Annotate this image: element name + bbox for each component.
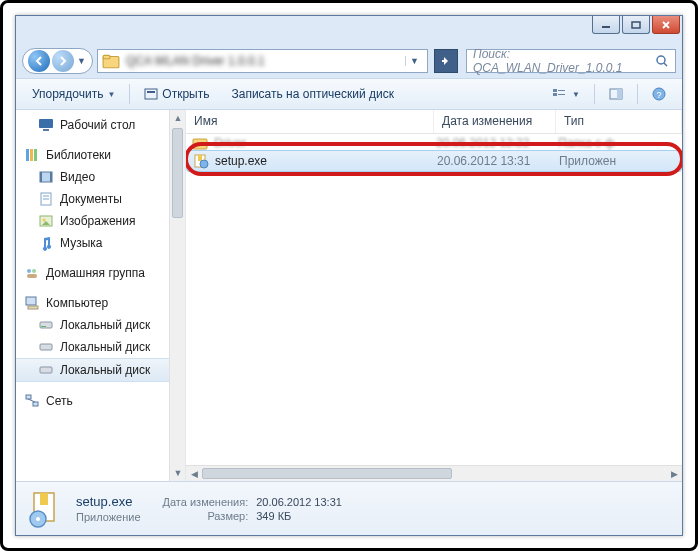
libraries-icon	[24, 147, 40, 163]
hscroll-thumb[interactable]	[202, 468, 452, 479]
organize-button[interactable]: Упорядочить▼	[22, 83, 125, 105]
svg-text:?: ?	[656, 90, 661, 100]
computer-icon	[24, 295, 40, 311]
nav-history-dropdown[interactable]: ▼	[75, 56, 88, 66]
svg-rect-9	[553, 89, 557, 92]
svg-rect-37	[40, 344, 52, 350]
svg-rect-42	[193, 139, 207, 149]
refresh-button[interactable]	[434, 49, 458, 73]
scroll-down-icon[interactable]: ▼	[170, 465, 186, 481]
col-type[interactable]: Тип	[556, 110, 682, 133]
sidebar-item-pictures[interactable]: Изображения	[16, 210, 169, 232]
scroll-right-icon[interactable]: ▶	[666, 466, 682, 482]
scroll-thumb[interactable]	[172, 128, 183, 218]
sidebar: Рабочий стол Библиотеки Видео Документы …	[16, 110, 186, 481]
close-button[interactable]	[652, 16, 680, 34]
svg-rect-23	[40, 172, 42, 182]
svg-rect-34	[28, 306, 38, 309]
preview-icon	[609, 87, 623, 101]
forward-button[interactable]	[52, 50, 74, 72]
sidebar-item-localdisk-2[interactable]: Локальный диск	[16, 336, 169, 358]
svg-rect-11	[558, 90, 565, 91]
address-bar[interactable]: QCA WLAN Driver 1.0.0.1 ▼	[97, 49, 428, 73]
sidebar-item-documents[interactable]: Документы	[16, 188, 169, 210]
svg-rect-7	[145, 89, 157, 99]
file-row[interactable]: Driver 20.06.2012 12:22 Папка с ф	[186, 136, 682, 150]
pictures-icon	[38, 213, 54, 229]
svg-rect-10	[553, 93, 557, 96]
svg-rect-39	[26, 395, 31, 399]
svg-rect-12	[558, 94, 565, 95]
sidebar-item-homegroup[interactable]: Домашняя группа	[16, 262, 169, 284]
svg-point-29	[43, 219, 46, 222]
svg-rect-1	[632, 22, 640, 28]
scroll-left-icon[interactable]: ◀	[186, 466, 202, 482]
folder-icon	[102, 52, 120, 70]
burn-button[interactable]: Записать на оптический диск	[221, 83, 404, 105]
sidebar-item-network[interactable]: Сеть	[16, 390, 169, 412]
svg-rect-38	[40, 367, 52, 373]
sidebar-item-localdisk-1[interactable]: Локальный диск	[16, 314, 169, 336]
documents-icon	[38, 191, 54, 207]
titlebar	[16, 16, 682, 44]
help-icon: ?	[652, 87, 666, 101]
nav-buttons: ▼	[22, 48, 93, 74]
video-icon	[38, 169, 54, 185]
svg-point-45	[200, 160, 208, 168]
svg-point-31	[32, 269, 36, 273]
svg-rect-20	[30, 149, 33, 161]
disk-icon	[38, 362, 54, 378]
column-headers: Имя Дата изменения Тип	[186, 110, 682, 134]
details-date-label: Дата изменения:	[163, 496, 249, 508]
details-date-value: 20.06.2012 13:31	[256, 496, 342, 508]
file-list[interactable]: Driver 20.06.2012 12:22 Папка с ф setup.…	[186, 134, 682, 465]
svg-rect-47	[40, 493, 48, 505]
main-area: Рабочий стол Библиотеки Видео Документы …	[16, 110, 682, 481]
sidebar-item-desktop[interactable]: Рабочий стол	[16, 114, 169, 136]
desktop-icon	[38, 117, 54, 133]
details-name: setup.exe	[76, 494, 141, 509]
horizontal-scrollbar[interactable]: ◀ ▶	[186, 465, 682, 481]
nav-row: ▼ QCA WLAN Driver 1.0.0.1 ▼ Поиск: QCA_W…	[16, 44, 682, 78]
sidebar-item-video[interactable]: Видео	[16, 166, 169, 188]
col-name[interactable]: Имя	[186, 110, 434, 133]
breadcrumb: QCA WLAN Driver 1.0.0.1	[126, 54, 405, 68]
disk-icon	[38, 317, 54, 333]
search-placeholder: Поиск: QCA_WLAN_Driver_1.0.0.1	[473, 47, 655, 75]
search-icon	[655, 54, 669, 68]
scroll-up-icon[interactable]: ▲	[170, 110, 186, 126]
svg-rect-35	[40, 322, 52, 328]
details-size-label: Размер:	[163, 510, 249, 522]
sidebar-item-localdisk-3[interactable]: Локальный диск	[16, 358, 169, 382]
open-button[interactable]: Открыть	[134, 83, 219, 105]
details-pane: setup.exe Приложение Дата изменения: 20.…	[16, 481, 682, 535]
svg-rect-17	[39, 119, 53, 128]
maximize-button[interactable]	[622, 16, 650, 34]
view-button[interactable]: ▼	[542, 83, 590, 105]
svg-rect-44	[198, 155, 202, 161]
help-button[interactable]: ?	[642, 83, 676, 105]
details-type: Приложение	[76, 511, 141, 523]
installer-icon	[193, 153, 209, 169]
svg-rect-3	[103, 55, 110, 58]
sidebar-scrollbar[interactable]: ▲ ▼	[169, 110, 185, 481]
preview-pane-button[interactable]	[599, 83, 633, 105]
address-dropdown[interactable]: ▼	[405, 56, 423, 66]
col-date[interactable]: Дата изменения	[434, 110, 556, 133]
back-button[interactable]	[28, 50, 50, 72]
sidebar-item-libraries[interactable]: Библиотеки	[16, 144, 169, 166]
svg-point-30	[27, 269, 31, 273]
svg-rect-21	[34, 149, 37, 161]
sidebar-item-computer[interactable]: Компьютер	[16, 292, 169, 314]
svg-rect-32	[27, 274, 37, 278]
view-icon	[552, 87, 568, 101]
svg-rect-0	[602, 26, 610, 28]
minimize-button[interactable]	[592, 16, 620, 34]
search-input[interactable]: Поиск: QCA_WLAN_Driver_1.0.0.1	[466, 49, 676, 73]
sidebar-item-music[interactable]: Музыка	[16, 232, 169, 254]
svg-rect-33	[26, 297, 36, 305]
svg-point-49	[36, 517, 40, 521]
svg-point-5	[657, 56, 665, 64]
file-row-selected[interactable]: setup.exe 20.06.2012 13:31 Приложен	[186, 150, 682, 172]
svg-rect-18	[43, 129, 49, 131]
